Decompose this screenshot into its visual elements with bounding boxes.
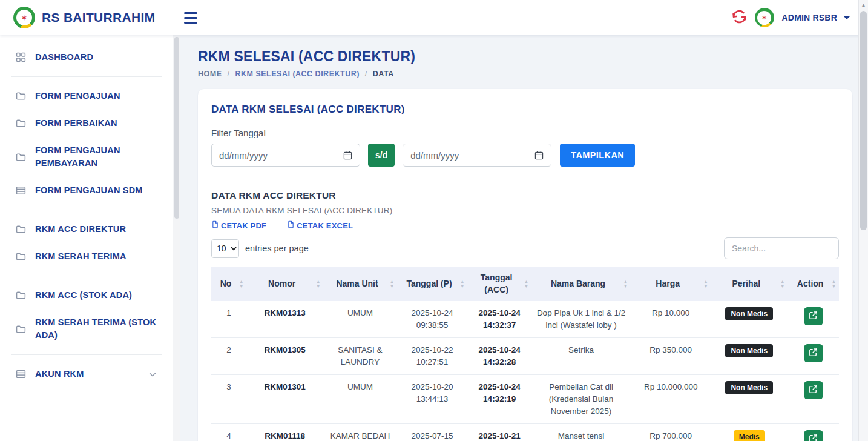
user-dropdown[interactable]: ADMIN RSBR (782, 13, 850, 22)
sidebar-item-form-perbaikan[interactable]: FORM PERBAIKAN (0, 110, 173, 137)
cell-harga: Rp 10.000.000 (631, 374, 711, 423)
sidebar-item-akun-rkm[interactable]: AKUN RKM (0, 360, 173, 388)
folder-icon (16, 152, 26, 162)
entries-select[interactable]: 10 (211, 239, 239, 258)
cell-no: 4 (211, 423, 246, 441)
column-header[interactable]: Tanggal (P)▲▼ (397, 267, 467, 301)
cell-harga: Rp 350.000 (631, 337, 711, 374)
brand[interactable]: ✶ RS BAITURRAHIM (13, 7, 172, 28)
sidebar-scrollbar-thumb[interactable] (174, 37, 179, 219)
cell-nama-unit: UMUM (323, 301, 397, 338)
grid-icon (16, 52, 26, 62)
search-input[interactable] (724, 237, 839, 259)
divider (211, 179, 839, 179)
table-row: 2 RKM01305 SANITASI & LAUNDRY 2025-10-22… (211, 337, 839, 374)
detail-button[interactable] (804, 381, 823, 399)
sidebar-item-form-pengajuan-sdm[interactable]: FORM PENGAJUAN SDM (0, 177, 173, 204)
tampilkan-button[interactable]: TAMPILKAN (560, 144, 635, 167)
data-card: DATA RKM SELESAI (ACC DIREKTUR) Filter T… (198, 89, 852, 441)
folder-icon (16, 118, 26, 128)
sidebar-item-rkm-serah-terima[interactable]: RKM SERAH TERIMA (0, 243, 173, 270)
sidebar-divider (11, 210, 162, 210)
cell-tanggal-p: 2025-10-22 10:27:51 (397, 337, 467, 374)
folder-icon (16, 91, 26, 101)
folder-icon (16, 290, 26, 300)
column-header[interactable]: Harga▲▼ (631, 267, 711, 301)
sort-icon: ▲▼ (316, 279, 320, 288)
hospital-logo-icon: ✶ (13, 7, 35, 28)
table-controls: 10 entries per page (211, 237, 839, 259)
sidebar-item-label: RKM SERAH TERIMA (STOK ADA) (35, 316, 157, 342)
refresh-button[interactable] (732, 9, 747, 26)
sidebar-item-dashboard[interactable]: DASHBOARD (0, 44, 173, 71)
column-header[interactable]: No▲▼ (211, 267, 246, 301)
column-header[interactable]: Nomor▲▼ (246, 267, 323, 301)
cell-tanggal-p: 2025-07-15 (397, 423, 467, 441)
sidebar-divider (11, 354, 162, 355)
breadcrumb-item[interactable]: HOME (198, 70, 222, 78)
cell-no: 1 (211, 301, 246, 338)
sidebar-item-label: AKUN RKM (35, 368, 84, 380)
column-header[interactable]: Tanggal (ACC)▲▼ (467, 267, 531, 301)
column-header[interactable]: Nama Barang▲▼ (531, 267, 631, 301)
sidebar-divider (11, 76, 162, 77)
section-subtitle: SEMUA DATA RKM SELESAI (ACC DIREKTUR) (211, 206, 839, 215)
detail-button[interactable] (804, 307, 823, 325)
print-links: CETAK PDF CETAK EXCEL (211, 220, 839, 230)
sidebar-item-rkm-serah-terima-stok-ada[interactable]: RKM SERAH TERIMA (STOK ADA) (0, 309, 173, 349)
breadcrumb-separator: / (365, 70, 367, 78)
sidebar-scrollbar[interactable] (173, 35, 180, 441)
column-header[interactable]: Nama Unit▲▼ (323, 267, 397, 301)
navbar-right: ✶ ADMIN RSBR (732, 8, 850, 27)
column-header[interactable]: Action▲▼ (787, 267, 839, 301)
sort-icon: ▲▼ (390, 279, 394, 288)
detail-button[interactable] (804, 430, 823, 441)
perihal-badge: Non Medis (725, 344, 773, 357)
scroll-up-arrow-icon[interactable]: ▲ (859, 2, 868, 8)
calendar-icon[interactable] (343, 151, 352, 160)
date-from-input[interactable]: dd/mm/yyyy (211, 144, 360, 167)
sort-icon: ▲▼ (524, 279, 528, 288)
brand-title: RS BAITURRAHIM (42, 10, 155, 25)
external-link-icon (809, 311, 818, 322)
section-title: DATA RKM ACC DIREKTUR (211, 190, 839, 201)
main-content: RKM SELESAI (ACC DIREKTUR) HOME/RKM SELE… (180, 35, 868, 441)
cell-no: 3 (211, 374, 246, 423)
cetak-pdf-link[interactable]: CETAK PDF (211, 220, 266, 230)
cell-tanggal-acc: 2025-10-24 14:32:19 (467, 374, 531, 423)
sort-icon: ▲▼ (239, 279, 243, 288)
window-scrollbar[interactable]: ▲ (858, 0, 868, 441)
sidebar-item-form-pengajuan-pembayaran[interactable]: FORM PENGAJUAN PEMBAYARAN (0, 137, 173, 177)
breadcrumb-item: DATA (373, 70, 394, 78)
cetak-excel-link[interactable]: CETAK EXCEL (287, 220, 353, 230)
scrollbar-thumb[interactable] (860, 11, 867, 230)
breadcrumb: HOME/RKM SELESAI (ACC DIREKTUR)/DATA (198, 70, 852, 78)
sidebar-item-label: FORM PENGAJUAN PEMBAYARAN (35, 144, 157, 170)
pdf-file-icon (211, 220, 219, 230)
cell-nama-barang: Setrika (531, 337, 631, 374)
sidebar-toggle-button[interactable] (180, 8, 201, 27)
table-row: 3 RKM01301 UMUM 2025-10-20 13:44:13 2025… (211, 374, 839, 423)
detail-button[interactable] (804, 344, 823, 362)
table-row: 4 RKM01118 KAMAR BEDAH 2025-07-15 2025-1… (211, 423, 839, 441)
sidebar-item-form-pengajuan[interactable]: FORM PENGAJUAN (0, 82, 173, 110)
cell-nama-unit: SANITASI & LAUNDRY (323, 337, 397, 374)
calendar-icon[interactable] (534, 151, 544, 160)
date-to-input[interactable]: dd/mm/yyyy (403, 144, 551, 167)
cell-nama-unit: UMUM (323, 374, 397, 423)
sidebar-item-rkm-acc-direktur[interactable]: RKM ACC DIREKTUR (0, 216, 173, 243)
data-table: No▲▼Nomor▲▼Nama Unit▲▼Tanggal (P)▲▼Tangg… (211, 267, 839, 441)
breadcrumb-item[interactable]: RKM SELESAI (ACC DIREKTUR) (235, 70, 359, 78)
table-row: 1 RKM01313 UMUM 2025-10-24 09:38:55 2025… (211, 301, 839, 338)
sidebar-item-label: FORM PERBAIKAN (35, 117, 117, 130)
page-title: RKM SELESAI (ACC DIREKTUR) (198, 48, 852, 65)
cell-no: 2 (211, 337, 246, 374)
sidebar-item-label: RKM SERAH TERIMA (35, 250, 127, 263)
cell-harga: Rp 700.000 (631, 423, 711, 441)
column-header[interactable]: Perihal▲▼ (711, 267, 787, 301)
folder-icon (16, 251, 26, 262)
sidebar-item-rkm-acc-stok-ada[interactable]: RKM ACC (STOK ADA) (0, 282, 173, 309)
sort-icon: ▲▼ (780, 279, 784, 288)
list-icon (16, 369, 26, 379)
sidebar-item-label: DASHBOARD (35, 51, 93, 64)
